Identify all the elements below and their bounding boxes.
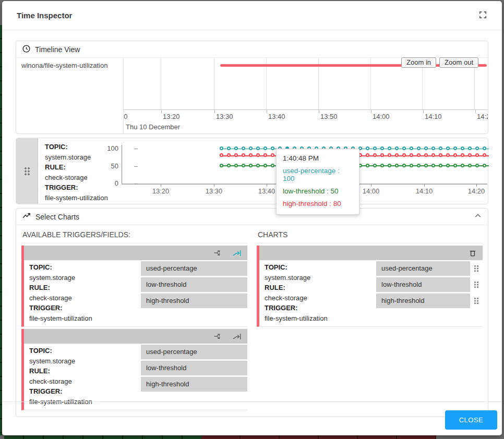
fullscreen-button[interactable] xyxy=(478,10,487,21)
chart-tooltip: 1:40:48 PM used-percentage : 100 low-thr… xyxy=(276,149,359,215)
chip-drag-handle[interactable] xyxy=(470,281,483,288)
background-green-cells xyxy=(4,435,201,439)
charts-column: CHARTS TOPIC: syste xyxy=(257,225,483,410)
available-triggers-header: AVAILABLE TRIGGERS/FIELDS: xyxy=(21,225,247,243)
timeline-time-axis: Thu 10 December 13:1013:2013:3013:4013:5… xyxy=(123,109,488,133)
field-chip-used-percentage[interactable]: used-percentage xyxy=(141,261,247,276)
chart-row-drag-handle[interactable] xyxy=(16,138,38,204)
data-point xyxy=(439,147,442,150)
topic-value: system.storage xyxy=(29,273,141,283)
topic-value: system.storage xyxy=(29,356,141,367)
data-point xyxy=(256,147,260,150)
x-axis-tick-mark xyxy=(267,184,267,187)
data-point xyxy=(417,164,421,167)
close-button[interactable]: CLOSE xyxy=(445,410,497,430)
x-axis-tick-label: 13:20 xyxy=(152,187,170,195)
available-trigger-card: TOPIC: system.storage RULE: check-storag… xyxy=(21,329,247,410)
drag-grip-icon xyxy=(474,281,479,288)
tooltip-high-threshold: high-threshold : 80 xyxy=(283,200,353,208)
trigger-meta: TOPIC: system.storage RULE: check-storag… xyxy=(24,260,141,326)
field-chip-used-percentage[interactable]: used-percentage xyxy=(376,261,470,276)
data-point xyxy=(271,164,274,167)
time-tick-label: 14:20 xyxy=(477,113,488,120)
field-chip-used-percentage[interactable]: used-percentage xyxy=(141,345,247,359)
data-point xyxy=(373,147,377,150)
available-trigger-card: TOPIC: system.storage RULE: check-storag… xyxy=(21,246,247,327)
zoom-out-button[interactable]: Zoom out xyxy=(439,57,478,68)
y-axis-tick-label: 0 xyxy=(100,179,118,187)
data-point xyxy=(388,153,391,157)
data-point xyxy=(461,147,464,150)
trigger-fields: used-percentage low-threshold high-thres… xyxy=(141,260,247,326)
topic-value: system.storage xyxy=(45,152,121,163)
field-chip-high-threshold[interactable]: high-threshold xyxy=(141,294,247,308)
data-point xyxy=(439,164,442,167)
topic-label: TOPIC: xyxy=(265,262,376,273)
rule-value: check-storage xyxy=(29,293,141,303)
data-point xyxy=(402,147,406,150)
x-axis-tick-mark xyxy=(476,184,477,187)
select-charts-panel: Select Charts AVAILABLE TRIGGERS/FIELDS: xyxy=(16,208,488,417)
data-point xyxy=(453,164,457,167)
dialog-header: Time Inspector xyxy=(2,1,502,30)
data-point xyxy=(380,164,384,167)
trigger-meta: TOPIC: system.storage RULE: check-storag… xyxy=(24,344,141,410)
x-axis-tick-label: 13:30 xyxy=(206,187,223,195)
zoom-in-button[interactable]: Zoom in xyxy=(401,57,436,68)
data-point xyxy=(424,164,428,167)
rule-value: check-storage xyxy=(29,376,141,387)
delete-chart-icon[interactable] xyxy=(468,248,477,258)
split-fields-icon[interactable] xyxy=(213,248,223,258)
data-point xyxy=(227,153,231,157)
x-axis-tick-mark xyxy=(214,184,214,187)
field-chip-low-threshold[interactable]: low-threshold xyxy=(376,277,470,292)
y-axis-tick-mark xyxy=(134,149,138,149)
data-point xyxy=(263,153,267,157)
field-chip-high-threshold[interactable]: high-threshold xyxy=(141,377,247,392)
time-tick-label: 13:40 xyxy=(268,113,285,120)
chip-drag-handle[interactable] xyxy=(470,265,483,272)
y-axis-tick-mark xyxy=(134,184,138,184)
tooltip-used-percentage: used-percentage : 100 xyxy=(283,167,353,182)
field-chip-low-threshold[interactable]: low-threshold xyxy=(141,277,247,292)
x-axis-tick-mark xyxy=(371,184,371,187)
rule-label: RULE: xyxy=(29,283,141,293)
time-tick-label: 13:50 xyxy=(320,113,338,120)
split-fields-icon[interactable] xyxy=(213,332,223,341)
data-point xyxy=(263,147,267,150)
time-tick-mark xyxy=(319,110,319,113)
time-tick-label: 13:20 xyxy=(163,113,180,120)
drag-grip-icon xyxy=(474,297,479,304)
tooltip-low-threshold: low-threshold : 50 xyxy=(283,187,353,195)
chip-drag-handle[interactable] xyxy=(470,297,483,304)
trending-chart-icon xyxy=(22,211,31,222)
add-to-charts-icon[interactable] xyxy=(232,248,242,258)
data-point xyxy=(483,147,486,150)
data-point xyxy=(410,164,413,167)
field-chip-low-threshold[interactable]: low-threshold xyxy=(141,361,247,375)
data-point xyxy=(402,153,406,157)
data-point xyxy=(431,164,435,167)
data-point xyxy=(256,164,260,167)
data-point xyxy=(431,153,435,157)
collapse-panel-button[interactable] xyxy=(474,212,482,222)
timeline-view-title: Timeline View xyxy=(35,45,80,54)
trigger-value: file-system-utilization xyxy=(29,313,141,324)
timeline-track[interactable]: winona/file-system-utilization Zoom in Z… xyxy=(16,58,488,109)
data-point xyxy=(446,164,450,167)
time-tick-label: 13:10 xyxy=(123,113,128,120)
data-point xyxy=(431,147,435,150)
clock-icon xyxy=(22,44,31,55)
add-to-charts-icon[interactable] xyxy=(232,332,242,342)
topic-label: TOPIC: xyxy=(29,262,141,273)
data-point xyxy=(475,147,479,150)
data-point xyxy=(402,164,406,167)
data-point xyxy=(483,164,486,167)
trigger-card-toolbar xyxy=(24,246,247,260)
data-point xyxy=(388,147,391,150)
timeline-view-header: Timeline View xyxy=(16,41,488,58)
tooltip-time: 1:40:48 PM xyxy=(283,154,353,162)
fullscreen-icon xyxy=(478,10,487,21)
field-chip-high-threshold[interactable]: high-threshold xyxy=(376,294,470,308)
data-point xyxy=(271,147,274,150)
